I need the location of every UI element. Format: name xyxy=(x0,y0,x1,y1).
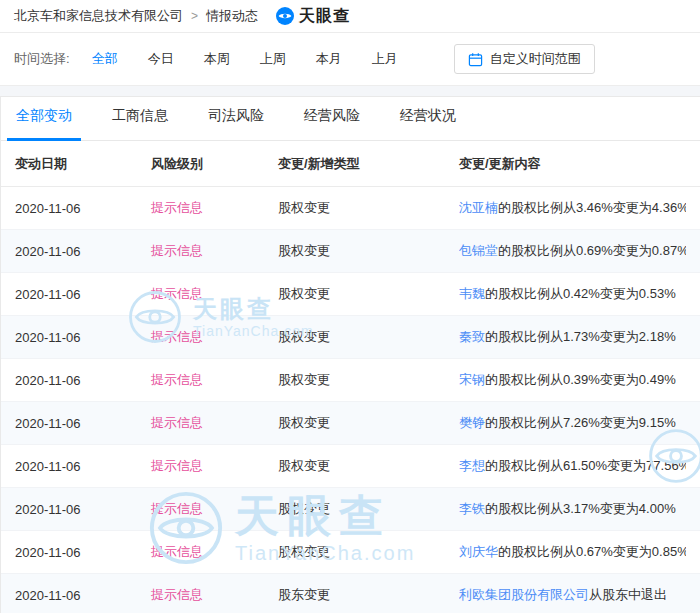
time-option-today[interactable]: 今日 xyxy=(148,50,174,68)
change-detail-text: 的股权比例从0.39%变更为0.49% xyxy=(485,372,676,387)
tianyancha-logo[interactable]: 天眼查 xyxy=(276,6,350,27)
row-date: 2020-11-06 xyxy=(15,330,151,345)
table-row: 2020-11-06 提示信息 股权变更 李想的股权比例从61.50%变更为77… xyxy=(1,445,700,488)
row-date: 2020-11-06 xyxy=(15,287,151,302)
subject-link[interactable]: 秦致 xyxy=(459,329,485,344)
changes-panel: 全部变动 工商信息 司法风险 经营风险 经营状况 变动日期 风险级别 变更/新增… xyxy=(0,96,700,613)
custom-time-range-button[interactable]: 自定义时间范围 xyxy=(454,44,595,74)
risk-level-link[interactable]: 提示信息 xyxy=(151,415,203,430)
change-detail-text: 的股权比例从61.50%变更为77.56% xyxy=(485,458,686,473)
subject-link[interactable]: 包锦堂 xyxy=(459,243,498,258)
header-risk-level: 风险级别 xyxy=(151,155,278,173)
calendar-icon xyxy=(468,52,483,67)
subject-link[interactable]: 沈亚楠 xyxy=(459,200,498,215)
row-change-type: 股权变更 xyxy=(278,371,459,389)
breadcrumb-company-link[interactable]: 北京车和家信息技术有限公司 xyxy=(14,7,183,25)
table-row: 2020-11-06 提示信息 股权变更 沈亚楠的股权比例从3.46%变更为4.… xyxy=(1,187,700,230)
section-divider xyxy=(0,85,700,96)
time-filter-bar: 时间选择: 全部 今日 本周 上周 本月 上月 自定义时间范围 xyxy=(0,33,700,85)
header-change-date: 变动日期 xyxy=(15,155,151,173)
breadcrumb-separator: > xyxy=(191,9,198,23)
risk-level-link[interactable]: 提示信息 xyxy=(151,329,203,344)
row-date: 2020-11-06 xyxy=(15,502,151,517)
top-bar: 北京车和家信息技术有限公司 > 情报动态 天眼查 xyxy=(0,0,700,33)
breadcrumb-current: 情报动态 xyxy=(206,7,258,25)
tab-judicial-risk[interactable]: 司法风险 xyxy=(199,107,273,141)
custom-time-range-label: 自定义时间范围 xyxy=(490,50,581,68)
risk-level-link[interactable]: 提示信息 xyxy=(151,544,203,559)
row-date: 2020-11-06 xyxy=(15,244,151,259)
time-option-all[interactable]: 全部 xyxy=(92,50,118,68)
table-row: 2020-11-06 提示信息 股权变更 樊铮的股权比例从7.26%变更为9.1… xyxy=(1,402,700,445)
breadcrumb: 北京车和家信息技术有限公司 > 情报动态 xyxy=(14,7,258,25)
risk-level-link[interactable]: 提示信息 xyxy=(151,200,203,215)
table-row: 2020-11-06 提示信息 股权变更 秦致的股权比例从1.73%变更为2.1… xyxy=(1,316,700,359)
row-change-type: 股权变更 xyxy=(278,285,459,303)
change-detail-text: 的股权比例从0.42%变更为0.53% xyxy=(485,286,676,301)
change-detail-text: 的股权比例从0.69%变更为0.87% xyxy=(498,243,686,258)
row-change-type: 股权变更 xyxy=(278,328,459,346)
row-change-type: 股权变更 xyxy=(278,199,459,217)
row-date: 2020-11-06 xyxy=(15,373,151,388)
row-change-type: 股权变更 xyxy=(278,414,459,432)
table-row: 2020-11-06 提示信息 股权变更 包锦堂的股权比例从0.69%变更为0.… xyxy=(1,230,700,273)
row-date: 2020-11-06 xyxy=(15,588,151,603)
change-detail-text: 的股权比例从0.67%变更为0.85% xyxy=(498,544,686,559)
row-date: 2020-11-06 xyxy=(15,201,151,216)
header-change-type: 变更/新增类型 xyxy=(278,155,459,173)
risk-level-link[interactable]: 提示信息 xyxy=(151,501,203,516)
change-detail-text: 从股东中退出 xyxy=(589,587,667,602)
risk-level-link[interactable]: 提示信息 xyxy=(151,286,203,301)
table-row: 2020-11-06 提示信息 股权变更 宋钢的股权比例从0.39%变更为0.4… xyxy=(1,359,700,402)
risk-level-link[interactable]: 提示信息 xyxy=(151,243,203,258)
risk-level-link[interactable]: 提示信息 xyxy=(151,372,203,387)
row-date: 2020-11-06 xyxy=(15,459,151,474)
tab-business-info[interactable]: 工商信息 xyxy=(103,107,177,141)
risk-level-link[interactable]: 提示信息 xyxy=(151,587,203,602)
row-change-type: 股权变更 xyxy=(278,242,459,260)
table-row: 2020-11-06 提示信息 股权变更 韦魏的股权比例从0.42%变更为0.5… xyxy=(1,273,700,316)
row-date: 2020-11-06 xyxy=(15,416,151,431)
subject-link[interactable]: 李铁 xyxy=(459,501,485,516)
row-change-type: 股权变更 xyxy=(278,500,459,518)
changes-table: 变动日期 风险级别 变更/新增类型 变更/更新内容 2020-11-06 提示信… xyxy=(1,141,700,613)
row-change-type: 股权变更 xyxy=(278,457,459,475)
change-detail-text: 的股权比例从3.17%变更为4.00% xyxy=(485,501,676,516)
category-tabs: 全部变动 工商信息 司法风险 经营风险 经营状况 xyxy=(1,97,700,141)
time-option-this-month[interactable]: 本月 xyxy=(316,50,342,68)
change-detail-text: 的股权比例从1.73%变更为2.18% xyxy=(485,329,676,344)
row-change-type: 股权变更 xyxy=(278,543,459,561)
time-option-last-week[interactable]: 上周 xyxy=(260,50,286,68)
row-date: 2020-11-06 xyxy=(15,545,151,560)
time-option-last-month[interactable]: 上月 xyxy=(372,50,398,68)
risk-level-link[interactable]: 提示信息 xyxy=(151,458,203,473)
table-row: 2020-11-06 提示信息 股权变更 李铁的股权比例从3.17%变更为4.0… xyxy=(1,488,700,531)
subject-link[interactable]: 樊铮 xyxy=(459,415,485,430)
time-filter-label: 时间选择: xyxy=(14,50,70,68)
table-header-row: 变动日期 风险级别 变更/新增类型 变更/更新内容 xyxy=(1,141,700,187)
subject-link[interactable]: 韦魏 xyxy=(459,286,485,301)
subject-link[interactable]: 宋钢 xyxy=(459,372,485,387)
subject-link[interactable]: 利欧集团股份有限公司 xyxy=(459,587,589,602)
subject-link[interactable]: 李想 xyxy=(459,458,485,473)
eye-logo-icon xyxy=(276,7,294,25)
subject-link[interactable]: 刘庆华 xyxy=(459,544,498,559)
change-detail-text: 的股权比例从3.46%变更为4.36% xyxy=(498,200,686,215)
table-row: 2020-11-06 提示信息 股东变更 利欧集团股份有限公司从股东中退出 xyxy=(1,574,700,613)
tab-operation-risk[interactable]: 经营风险 xyxy=(295,107,369,141)
change-detail-text: 的股权比例从7.26%变更为9.15% xyxy=(485,415,676,430)
header-change-content: 变更/更新内容 xyxy=(459,155,686,173)
logo-text: 天眼查 xyxy=(299,6,350,27)
row-change-type: 股东变更 xyxy=(278,586,459,604)
page: 北京车和家信息技术有限公司 > 情报动态 天眼查 时间选择: 全部 今日 本周 … xyxy=(0,0,700,613)
time-option-this-week[interactable]: 本周 xyxy=(204,50,230,68)
table-row: 2020-11-06 提示信息 股权变更 刘庆华的股权比例从0.67%变更为0.… xyxy=(1,531,700,574)
tab-operation-status[interactable]: 经营状况 xyxy=(391,107,465,141)
tab-all-changes[interactable]: 全部变动 xyxy=(7,107,81,141)
